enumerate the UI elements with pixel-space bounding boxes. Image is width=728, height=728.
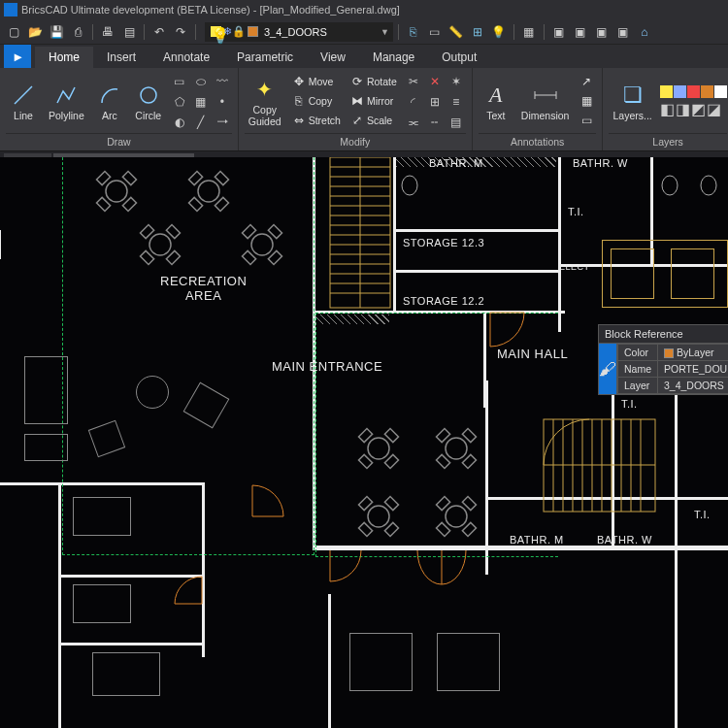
sw5[interactable] xyxy=(714,85,727,98)
svg-point-75 xyxy=(701,176,716,195)
sheet4-icon[interactable]: ▣ xyxy=(613,22,633,42)
stretch-button[interactable]: ⇔Stretch xyxy=(289,111,344,129)
layiso-icon[interactable]: ◧ xyxy=(660,100,675,118)
layoff-icon[interactable]: ◨ xyxy=(676,100,690,118)
tab-view[interactable]: View xyxy=(307,47,359,68)
text-button[interactable]: AText xyxy=(479,72,513,131)
leader-icon[interactable]: ↗ xyxy=(577,72,596,90)
open-icon[interactable]: 📂 xyxy=(25,22,45,42)
panel-layers-title: Layers xyxy=(609,133,726,149)
tab-annotate[interactable]: Annotate xyxy=(149,47,223,68)
copy-guided-button[interactable]: ✦Copy Guided xyxy=(245,72,285,131)
sw4[interactable] xyxy=(701,85,713,98)
rollover-name-label: Name xyxy=(618,361,658,378)
snap-icon[interactable]: ⊞ xyxy=(468,22,487,42)
layfrz-icon[interactable]: ◩ xyxy=(691,100,706,118)
titlebar: BricsCAD Ultimate development (BETA Lice… xyxy=(0,0,728,19)
svg-rect-61 xyxy=(436,428,449,442)
dimension-button[interactable]: Dimension xyxy=(517,72,574,131)
panel-draw-title: Draw xyxy=(6,133,232,149)
point-icon[interactable]: • xyxy=(213,92,232,111)
sheet2-icon[interactable]: ▣ xyxy=(571,22,590,42)
rollover-tip: Block Reference 🖌 ColorByLayer NamePORTE… xyxy=(598,324,728,395)
trim-icon[interactable]: ✂ xyxy=(404,72,423,90)
sw2[interactable] xyxy=(674,85,686,98)
select-icon[interactable]: ▭ xyxy=(425,22,445,42)
home-icon[interactable]: ⌂ xyxy=(635,22,654,42)
xline-icon[interactable]: ╱ xyxy=(191,113,211,131)
layer-name-input[interactable] xyxy=(260,26,377,38)
sheet3-icon[interactable]: ▣ xyxy=(592,22,612,42)
desk xyxy=(349,633,413,691)
rotate-button[interactable]: ⟳Rotate xyxy=(347,72,400,90)
line-button[interactable]: Line xyxy=(6,72,41,131)
polygon-icon[interactable]: ⬠ xyxy=(170,92,189,111)
tab-parametric[interactable]: Parametric xyxy=(223,47,307,68)
tab-manage[interactable]: Manage xyxy=(359,47,428,68)
label-storage123: STORAGE 12.3 xyxy=(403,237,484,248)
new-icon[interactable]: ▢ xyxy=(4,22,23,42)
print-preview-icon[interactable]: ▤ xyxy=(119,22,139,42)
sw3[interactable] xyxy=(687,85,700,98)
svg-rect-52 xyxy=(268,250,281,264)
layer-combo[interactable]: 💡 ❄ 🔒 ▼ xyxy=(205,22,393,42)
arc-button[interactable]: Arc xyxy=(92,72,127,131)
break-icon[interactable]: ╌ xyxy=(425,113,445,131)
ellipse-icon[interactable]: ⬭ xyxy=(191,72,211,90)
brush-icon: 🖌 xyxy=(599,344,617,394)
redo-icon[interactable]: ↷ xyxy=(171,22,190,42)
svg-rect-69 xyxy=(462,496,476,510)
drawing-viewport[interactable]: RECREATION AREA MAIN ENTRANCE MAIN HALL … xyxy=(0,157,728,728)
table-group xyxy=(354,492,403,541)
undo-icon[interactable]: ↶ xyxy=(149,22,169,42)
bulb2-icon[interactable]: 💡 xyxy=(489,22,509,42)
label-main-entrance: MAIN ENTRANCE xyxy=(272,359,382,374)
svg-rect-51 xyxy=(242,224,255,238)
explode-icon[interactable]: ✶ xyxy=(447,72,466,90)
measure-icon[interactable]: 📏 xyxy=(447,22,466,42)
saveas-icon[interactable]: ⎙ xyxy=(68,22,87,42)
coffee-table xyxy=(136,376,169,409)
label-bathr-m2: BATHR. M xyxy=(510,534,564,546)
fillet-icon[interactable]: ◜ xyxy=(404,92,423,111)
array-icon[interactable]: ⊞ xyxy=(425,92,445,111)
field-icon[interactable]: ▭ xyxy=(577,111,596,129)
polyline-button[interactable]: Polyline xyxy=(45,72,88,131)
laylck-icon[interactable]: ◪ xyxy=(707,100,721,118)
table-ann-icon[interactable]: ▦ xyxy=(577,91,596,110)
move-button[interactable]: ✥Move xyxy=(289,72,344,90)
hatch-icon[interactable]: ▦ xyxy=(191,92,211,111)
svg-rect-64 xyxy=(384,496,398,510)
erase-icon[interactable]: ✕ xyxy=(425,72,445,90)
print-icon[interactable]: 🖶 xyxy=(98,22,117,42)
tab-insert[interactable]: Insert xyxy=(93,47,149,68)
app-menu-button[interactable]: ▸ xyxy=(4,45,31,68)
window-title: BricsCAD Ultimate development (BETA Lice… xyxy=(21,4,400,16)
tab-output[interactable]: Output xyxy=(428,47,490,68)
circle-button[interactable]: Circle xyxy=(131,72,166,131)
mirror-button[interactable]: ⧓Mirror xyxy=(347,91,400,110)
scale-button[interactable]: ⤢Scale xyxy=(347,111,400,129)
svg-rect-56 xyxy=(358,428,372,442)
chevron-down-icon[interactable]: ▼ xyxy=(381,27,389,37)
wall xyxy=(0,230,1,259)
rect-icon[interactable]: ▭ xyxy=(170,72,189,90)
align-icon[interactable]: ▤ xyxy=(447,113,466,131)
spline-icon[interactable]: 〰 xyxy=(213,72,232,90)
ray-icon[interactable]: ⭢ xyxy=(213,113,232,131)
offset-icon[interactable]: ≡ xyxy=(447,92,466,111)
table-icon[interactable]: ▦ xyxy=(519,22,539,42)
region-icon[interactable]: ◐ xyxy=(170,113,189,131)
match-icon[interactable]: ⎘ xyxy=(404,22,423,42)
svg-point-48 xyxy=(251,234,273,255)
door xyxy=(175,577,204,606)
layers-button[interactable]: ❏Layers... xyxy=(609,72,655,131)
sw1[interactable] xyxy=(660,85,673,98)
join-icon[interactable]: ⫘ xyxy=(404,113,423,131)
svg-rect-54 xyxy=(384,428,398,442)
sheet-icon[interactable]: ▣ xyxy=(549,22,569,42)
save-icon[interactable]: 💾 xyxy=(47,22,66,42)
copy-button[interactable]: ⎘Copy xyxy=(289,91,344,110)
layers-label: Layers... xyxy=(612,110,651,121)
tab-home[interactable]: Home xyxy=(35,47,93,68)
